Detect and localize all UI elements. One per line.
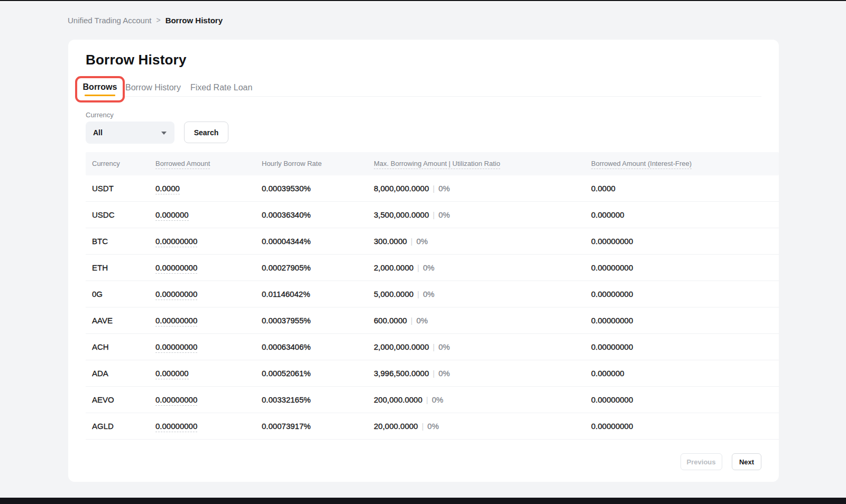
cell-max-borrowing-utilization: 2,000,000.0000|0%: [374, 334, 450, 360]
cell-borrowed-amount[interactable]: 0.00000000: [155, 387, 197, 413]
max-borrowing-amount-value: 8,000,000.0000: [374, 184, 429, 193]
tab-borrows[interactable]: Borrows: [83, 82, 117, 92]
currency-name: ETH: [92, 263, 108, 272]
table-row: BTC 0.00000000 0.00004344% 300.0000|0% 0…: [86, 228, 779, 255]
col-header-borrowed-amount[interactable]: Borrowed Amount: [155, 152, 210, 175]
interest-free-value: 0.00000000: [591, 316, 633, 325]
pipe-separator: |: [433, 342, 435, 351]
col-header-label: Borrowed Amount (Interest-Free): [591, 160, 692, 169]
cell-currency: 0G: [92, 281, 103, 307]
cell-borrowed-amount[interactable]: 0.000000: [155, 202, 189, 228]
hourly-borrow-rate-value: 0.00039530%: [262, 184, 311, 193]
tabs-divider: [86, 96, 761, 97]
cell-interest-free: 0.00000000: [591, 413, 633, 440]
hourly-borrow-rate-value: 0.00037955%: [262, 316, 311, 325]
cell-borrowed-amount[interactable]: 0.00000000: [155, 281, 197, 307]
max-borrowing-amount-value: 2,000,000.0000: [374, 342, 429, 351]
annotation-highlight-box: Borrows: [75, 76, 125, 102]
cell-currency: AGLD: [92, 413, 114, 440]
cell-borrowed-amount[interactable]: 0.00000000: [155, 307, 197, 334]
currency-name: AGLD: [92, 422, 114, 431]
pipe-separator: |: [433, 369, 435, 378]
cell-interest-free: 0.00000000: [591, 334, 633, 360]
interest-free-value: 0.00000000: [591, 342, 633, 351]
utilization-ratio-value: 0%: [438, 210, 450, 219]
cell-interest-free: 0.00000000: [591, 255, 633, 281]
col-header-interest-free[interactable]: Borrowed Amount (Interest-Free): [591, 152, 692, 175]
currency-name: 0G: [92, 290, 103, 298]
borrowed-amount-value: 0.00000000: [155, 290, 197, 300]
breadcrumb-separator-icon: >: [156, 16, 160, 25]
cell-max-borrowing-utilization: 3,996,500.0000|0%: [374, 360, 450, 387]
max-borrowing-amount-value: 200,000.0000: [374, 395, 422, 404]
interest-free-value: 0.0000: [591, 184, 615, 193]
currency-name: USDT: [92, 184, 114, 193]
utilization-ratio-value: 0%: [423, 263, 435, 272]
col-header-label: Max. Borrowing Amount | Utilization Rati…: [374, 160, 500, 169]
cell-borrowed-amount[interactable]: 0.000000: [155, 360, 189, 387]
cell-borrowed-amount[interactable]: 0.00000000: [155, 228, 197, 255]
hourly-borrow-rate-value: 0.00027905%: [262, 263, 311, 272]
hourly-borrow-rate-value: 0.00332165%: [262, 395, 311, 404]
next-page-button[interactable]: Next: [732, 453, 761, 470]
currency-name: BTC: [92, 237, 108, 246]
hourly-borrow-rate-value: 0.00073917%: [262, 422, 311, 431]
interest-free-value: 0.000000: [591, 369, 624, 378]
table-row: USDC 0.000000 0.00036340% 3,500,000.0000…: [86, 202, 779, 228]
cell-borrowed-amount[interactable]: 0.00000000: [155, 334, 197, 360]
max-borrowing-amount-value: 3,500,000.0000: [374, 210, 429, 219]
cell-hourly-borrow-rate: 0.00027905%: [262, 255, 311, 281]
pipe-separator: |: [433, 210, 435, 219]
cell-currency: AAVE: [92, 307, 113, 334]
col-header-max-borrowing-utilization[interactable]: Max. Borrowing Amount | Utilization Rati…: [374, 152, 500, 175]
utilization-ratio-value: 0%: [423, 290, 435, 298]
table-row: AGLD 0.00000000 0.00073917% 20,000.0000|…: [86, 413, 779, 440]
borrowed-amount-value: 0.000000: [155, 369, 189, 379]
cell-currency: USDT: [92, 175, 114, 202]
breadcrumb-parent-link[interactable]: Unified Trading Account: [68, 16, 151, 25]
max-borrowing-amount-value: 5,000.0000: [374, 290, 413, 298]
cell-hourly-borrow-rate: 0.00332165%: [262, 387, 311, 413]
table-row: ACH 0.00000000 0.00063406% 2,000,000.000…: [86, 334, 779, 360]
tab-fixed-rate-loan[interactable]: Fixed Rate Loan: [190, 82, 252, 93]
pipe-separator: |: [417, 263, 419, 272]
currency-name: USDC: [92, 210, 115, 219]
pipe-separator: |: [433, 184, 435, 193]
currency-select[interactable]: All: [86, 122, 174, 144]
cell-max-borrowing-utilization: 5,000.0000|0%: [374, 281, 435, 307]
cell-currency: USDC: [92, 202, 115, 228]
pagination: Previous Next: [681, 453, 761, 470]
cell-interest-free: 0.000000: [591, 360, 624, 387]
table-row: ADA 0.000000 0.00052061% 3,996,500.0000|…: [86, 360, 779, 387]
utilization-ratio-value: 0%: [427, 422, 439, 431]
cell-max-borrowing-utilization: 8,000,000.0000|0%: [374, 175, 450, 202]
borrowed-amount-value: 0.00000000: [155, 342, 197, 353]
pipe-separator: |: [411, 316, 413, 325]
chevron-down-icon: [161, 132, 167, 135]
cell-hourly-borrow-rate: 0.00052061%: [262, 360, 311, 387]
interest-free-value: 0.00000000: [591, 395, 633, 404]
currency-name: AEVO: [92, 395, 114, 404]
cell-borrowed-amount[interactable]: 0.00000000: [155, 413, 197, 440]
tab-borrow-history[interactable]: Borrow History: [125, 82, 181, 93]
search-button[interactable]: Search: [184, 122, 228, 143]
cell-max-borrowing-utilization: 600.0000|0%: [374, 307, 428, 334]
cell-hourly-borrow-rate: 0.00063406%: [262, 334, 311, 360]
cell-borrowed-amount[interactable]: 0.0000: [155, 175, 180, 202]
cell-interest-free: 0.00000000: [591, 281, 633, 307]
pipe-separator: |: [421, 422, 424, 431]
window-top-edge: [0, 1, 846, 2]
utilization-ratio-value: 0%: [416, 316, 428, 325]
max-borrowing-amount-value: 20,000.0000: [374, 422, 418, 431]
utilization-ratio-value: 0%: [438, 184, 450, 193]
utilization-ratio-value: 0%: [438, 342, 450, 351]
borrowed-amount-value: 0.00000000: [155, 422, 197, 432]
previous-page-button[interactable]: Previous: [681, 453, 722, 470]
cell-currency: BTC: [92, 228, 108, 255]
borrowed-amount-value: 0.0000: [155, 184, 180, 194]
col-header-label: Borrowed Amount: [155, 160, 210, 169]
currency-name: ACH: [92, 342, 109, 351]
currency-name: ADA: [92, 369, 108, 378]
cell-borrowed-amount[interactable]: 0.00000000: [155, 255, 197, 281]
table-header-row: Currency Borrowed Amount Hourly Borrow R…: [86, 152, 779, 175]
